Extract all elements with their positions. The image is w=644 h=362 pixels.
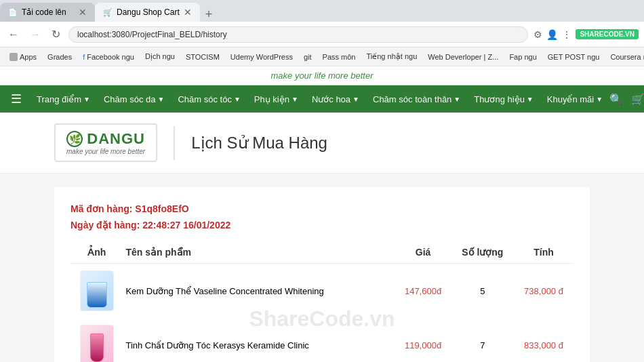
refresh-button[interactable]: ↻ xyxy=(49,26,63,42)
col-header-gia: Giá xyxy=(395,241,451,264)
chevron-down-icon-0: ▼ xyxy=(83,96,90,103)
nav-label-5: Chăm sóc toàn thân xyxy=(373,94,451,104)
bookmark-label-1: Grades xyxy=(47,53,72,61)
bookmark-coursera[interactable]: Coursera ngu xyxy=(606,52,644,62)
website: make your life more better ☰ Trang điểm … xyxy=(0,66,644,362)
tab-label-2: Dangu Shop Cart xyxy=(117,7,180,17)
chevron-down-icon-3: ▼ xyxy=(291,96,298,103)
bookmark-label-0: Apps xyxy=(20,53,37,61)
col-header-anh: Ảnh xyxy=(71,241,123,264)
table-row: Tinh Chất Dưỡng Tóc Kerasys Keramide Cli… xyxy=(71,318,573,362)
bookmark-git[interactable]: git xyxy=(300,52,316,62)
product-qty-2: 7 xyxy=(451,318,514,362)
nav-actions: ⚙ 👤 ⋮ SHARECODE.VN xyxy=(534,29,639,40)
bookmark-label-8: Tiếng nhật ngu xyxy=(367,52,418,61)
content-area: ShareCode.vn Mã đơn hàng: S1q8fo8EfO Ngà… xyxy=(0,174,644,362)
bookmark-label-7: Pass môn xyxy=(323,53,356,61)
bookmark-getpost[interactable]: GET POST ngu xyxy=(544,52,604,62)
product-image-kerasys xyxy=(80,325,114,362)
nav-menu: Trang điểm ▼ Chăm sóc da ▼ Chăm sóc tóc … xyxy=(30,85,609,113)
new-tab-button[interactable]: + xyxy=(200,7,218,22)
bookmark-grades[interactable]: Grades xyxy=(43,52,76,62)
nav-icons: 🔍 🛒 xyxy=(609,93,644,106)
bookmarks-bar: Apps Grades f Facebook ngu Dịch ngu STOC… xyxy=(0,47,644,66)
bookmark-label-2: Facebook ngu xyxy=(87,53,134,61)
hamburger-icon[interactable]: ☰ xyxy=(11,92,22,106)
address-bar[interactable] xyxy=(68,26,528,43)
bookmark-label-5: Udemy WordPress xyxy=(230,53,293,61)
tab-close-1[interactable]: ✕ xyxy=(79,7,87,18)
product-name-2: Tinh Chất Dưỡng Tóc Kerasys Keramide Cli… xyxy=(123,318,395,362)
tab-dangu[interactable]: 🛒 Dangu Shop Cart ✕ xyxy=(95,3,200,22)
bookmark-facebook[interactable]: f Facebook ngu xyxy=(79,52,138,62)
logo-top: 🌿 DANGU xyxy=(66,130,145,148)
chevron-down-icon-6: ▼ xyxy=(527,96,534,103)
search-icon[interactable]: 🔍 xyxy=(609,93,623,106)
facebook-icon: f xyxy=(83,53,85,61)
apps-icon xyxy=(9,53,18,61)
product-name-1: Kem Dưỡng Thể Vaseline Concentrated Whit… xyxy=(123,264,395,319)
menu-button[interactable]: ⋮ xyxy=(562,29,571,40)
chevron-down-icon-7: ▼ xyxy=(596,96,603,103)
bookmark-apps[interactable]: Apps xyxy=(5,52,41,62)
nav-label-7: Khuyến mãi xyxy=(547,94,594,104)
nav-cham-soc-toan-than[interactable]: Chăm sóc toàn thân ▼ xyxy=(366,85,467,113)
order-date-value: 22:48:27 16/01/2022 xyxy=(142,220,230,230)
bookmark-dich[interactable]: Dịch ngu xyxy=(141,51,179,62)
logo-brand: DANGU xyxy=(87,130,145,148)
bookmark-label-11: GET POST ngu xyxy=(548,53,600,61)
chevron-down-icon-2: ▼ xyxy=(234,96,241,103)
tab-bar: 📄 Tải code lên ✕ 🛒 Dangu Shop Cart ✕ + xyxy=(0,0,644,22)
nav-cham-soc-da[interactable]: Chăm sóc da ▼ xyxy=(97,85,172,113)
nav-label-2: Chăm sóc tóc xyxy=(178,94,231,104)
leaf-icon: 🌿 xyxy=(69,134,81,144)
tab-icon-1: 📄 xyxy=(8,8,18,17)
main-nav: ☰ Trang điểm ▼ Chăm sóc da ▼ Chăm sóc tó… xyxy=(0,85,644,113)
cart-icon[interactable]: 🛒 xyxy=(631,93,644,106)
sharecode-badge[interactable]: SHARECODE.VN xyxy=(576,29,639,39)
nav-label-0: Trang điểm xyxy=(37,94,81,104)
nav-thuong-hieu[interactable]: Thương hiệu ▼ xyxy=(467,85,540,113)
logo-box: 🌿 DANGU make your life more better xyxy=(54,123,157,162)
nav-label-1: Chăm sóc da xyxy=(104,94,156,104)
nav-khuyen-mai[interactable]: Khuyến mãi ▼ xyxy=(540,85,609,113)
logo-tagline: make your life more better xyxy=(66,148,145,155)
tab-tai-code[interactable]: 📄 Tải code lên ✕ xyxy=(0,3,95,22)
bookmark-label-6: git xyxy=(304,53,312,61)
nav-cham-soc-toc[interactable]: Chăm sóc tóc ▼ xyxy=(171,85,247,113)
bookmark-tieng-nhat[interactable]: Tiếng nhật ngu xyxy=(363,51,422,62)
product-img-cell-1 xyxy=(71,264,123,319)
bookmark-web-dev[interactable]: Web Deverloper | Z... xyxy=(424,52,502,62)
order-id-value: S1q8fo8EfO xyxy=(135,203,188,214)
nav-label-4: Nước hoa xyxy=(312,94,350,104)
nav-nuoc-hoa[interactable]: Nước hoa ▼ xyxy=(305,85,366,113)
bookmark-label-9: Web Deverloper | Z... xyxy=(428,53,498,61)
product-price-1: 147,600đ xyxy=(395,264,451,319)
bookmark-label-10: Fap ngu xyxy=(509,53,536,61)
product-table: Ảnh Tên sản phẩm Giá Số lượng Tính Kem D… xyxy=(71,241,573,362)
nav-phu-kien[interactable]: Phụ kiện ▼ xyxy=(247,85,305,113)
col-header-ten: Tên sản phẩm xyxy=(123,241,395,264)
bookmark-udemy[interactable]: Udemy WordPress xyxy=(226,52,297,62)
extensions-button[interactable]: ⚙ xyxy=(534,29,542,40)
profile-button[interactable]: 👤 xyxy=(546,29,558,40)
chevron-down-icon-5: ▼ xyxy=(454,96,460,103)
tab-close-2[interactable]: ✕ xyxy=(184,7,192,18)
back-button[interactable]: ← xyxy=(5,27,22,42)
product-qty-1: 5 xyxy=(451,264,514,319)
product-total-2: 833,000 đ xyxy=(514,318,573,362)
bookmark-stocism[interactable]: STOCISM xyxy=(182,52,224,62)
bookmark-pass[interactable]: Pass môn xyxy=(319,52,360,62)
col-header-sl: Số lượng xyxy=(451,241,514,264)
nav-trang-diem[interactable]: Trang điểm ▼ xyxy=(30,85,97,113)
order-date-label: Ngày đặt hàng: xyxy=(71,220,140,230)
product-img-cell-2 xyxy=(71,318,123,362)
bookmark-label-4: STOCISM xyxy=(186,53,220,61)
chevron-down-icon-4: ▼ xyxy=(353,96,359,103)
bookmark-fap[interactable]: Fap ngu xyxy=(505,52,540,62)
forward-button[interactable]: → xyxy=(27,27,43,42)
page-header: 🌿 DANGU make your life more better Lịch … xyxy=(0,113,644,174)
product-price-2: 119,000đ xyxy=(395,318,451,362)
promo-text: make your life more better xyxy=(270,71,373,81)
logo-circle: 🌿 xyxy=(66,131,83,147)
